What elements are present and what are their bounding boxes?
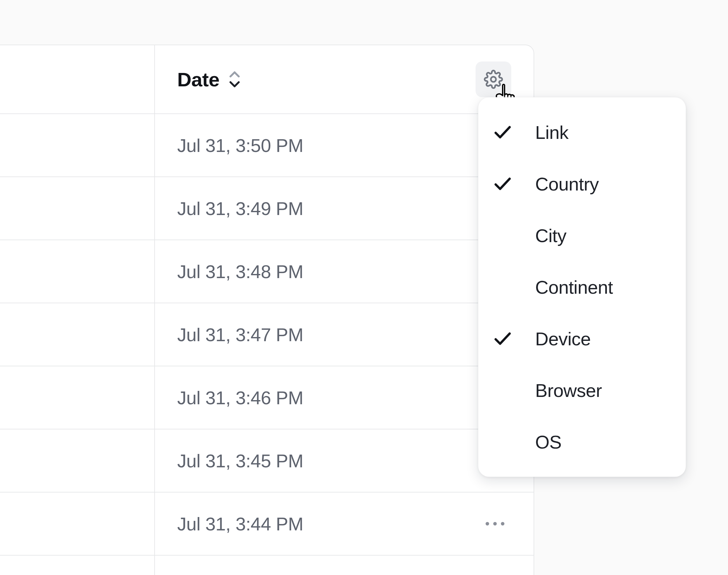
date-value: Jul 31, 3:46 PM (177, 387, 304, 408)
date-cell: Jul 31, 3:46 PM (155, 366, 534, 429)
table-row: Jul 31, 3:46 PM (0, 366, 534, 430)
column-toggle-label: OS (535, 431, 562, 453)
svg-point-0 (491, 77, 496, 82)
events-table: Date (0, 44, 534, 575)
column-toggle-label: Continent (535, 276, 613, 298)
check-icon (494, 125, 535, 139)
table-body: Jul 31, 3:50 PM Jul 31, 3:49 PM (0, 114, 534, 575)
svg-point-19 (486, 522, 489, 526)
column-toggle-country[interactable]: Country (478, 158, 686, 210)
more-horizontal-icon (484, 521, 506, 526)
column-toggle-continent[interactable]: Continent (478, 261, 686, 313)
date-value: Jul 31, 3:48 PM (177, 261, 304, 282)
check-icon (494, 177, 535, 191)
table-row: Jul 31, 3:44 PM (0, 493, 534, 555)
gear-icon (484, 70, 503, 89)
column-settings-button[interactable] (476, 62, 511, 97)
table-cell-left (0, 555, 155, 575)
date-value: Jul 31, 3:49 PM (177, 198, 304, 219)
date-column-header-cell: Date (155, 45, 534, 113)
date-cell: Jul 31, 3:48 PM (155, 240, 534, 303)
table-row: Jul 31, 3:43 PM (0, 555, 534, 575)
table-cell-left (0, 177, 155, 240)
date-cell: Jul 31, 3:44 PM (155, 493, 534, 555)
table-header-cell-left (0, 45, 155, 113)
table-cell-left (0, 240, 155, 303)
table-row: Jul 31, 3:49 PM (0, 177, 534, 240)
check-icon (494, 332, 535, 346)
column-visibility-menu: Link Country City Continent Device Brows… (478, 97, 686, 477)
svg-point-21 (501, 522, 505, 526)
table-cell-left (0, 114, 155, 176)
column-toggle-city[interactable]: City (478, 210, 686, 261)
date-cell: Jul 31, 3:45 PM (155, 430, 534, 492)
date-value: Jul 31, 3:50 PM (177, 135, 304, 156)
table-cell-left (0, 366, 155, 429)
date-value: Jul 31, 3:44 PM (177, 513, 304, 535)
column-toggle-os[interactable]: OS (478, 416, 686, 468)
table-cell-left (0, 430, 155, 492)
date-cell: Jul 31, 3:47 PM (155, 303, 534, 366)
table-row: Jul 31, 3:45 PM (0, 430, 534, 493)
column-toggle-label: Country (535, 173, 599, 195)
table-row: Jul 31, 3:48 PM (0, 240, 534, 303)
date-cell: Jul 31, 3:49 PM (155, 177, 534, 240)
table-row: Jul 31, 3:50 PM (0, 114, 534, 177)
column-toggle-link[interactable]: Link (478, 106, 686, 158)
date-column-sort-button[interactable]: Date (177, 68, 242, 91)
table-row: Jul 31, 3:47 PM (0, 303, 534, 366)
sort-icon (228, 70, 242, 88)
date-value: Jul 31, 3:47 PM (177, 324, 304, 345)
column-toggle-label: City (535, 225, 566, 246)
column-toggle-label: Link (535, 122, 568, 143)
date-cell: Jul 31, 3:43 PM (155, 555, 534, 575)
table-header: Date (0, 45, 534, 114)
svg-point-20 (494, 522, 497, 526)
date-column-label: Date (177, 68, 219, 91)
date-cell: Jul 31, 3:50 PM (155, 114, 534, 176)
column-toggle-device[interactable]: Device (478, 313, 686, 365)
row-actions-button[interactable] (479, 516, 511, 532)
column-toggle-label: Device (535, 328, 591, 349)
table-cell-left (0, 303, 155, 366)
column-toggle-browser[interactable]: Browser (478, 365, 686, 416)
date-value: Jul 31, 3:45 PM (177, 450, 304, 471)
column-toggle-label: Browser (535, 380, 602, 401)
table-cell-left (0, 493, 155, 555)
